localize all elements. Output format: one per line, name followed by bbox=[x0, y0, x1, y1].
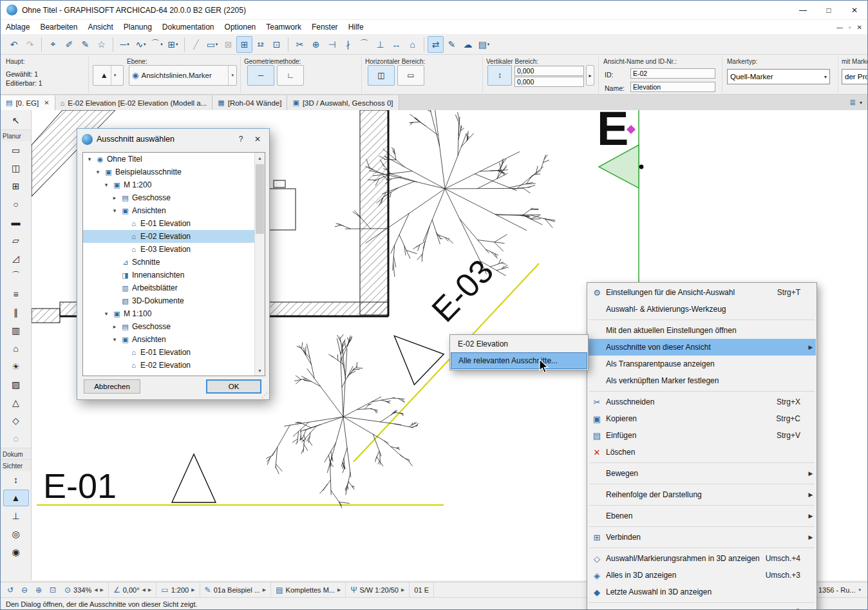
doc-restore-icon[interactable]: ▫ bbox=[849, 24, 851, 31]
tree-item[interactable]: ▾▣Beispielausschnitte bbox=[83, 166, 265, 178]
fillet-tool-button[interactable]: ⌒ bbox=[356, 36, 372, 53]
detail-marker-tool[interactable]: ◎ bbox=[3, 526, 29, 542]
section-marker-tool[interactable]: ⊥ bbox=[3, 508, 29, 524]
marker-ref-select[interactable]: der Pro bbox=[842, 69, 868, 84]
wall-tool[interactable]: ▭ bbox=[3, 142, 29, 158]
door-tool[interactable]: ◫ bbox=[3, 160, 29, 176]
cut-tool-button[interactable]: ✂ bbox=[292, 36, 308, 53]
curtain-wall-tool[interactable]: ▥ bbox=[3, 322, 29, 339]
layer-selector-button[interactable]: ◉ Ansichtslinien.Marker ▾ bbox=[129, 65, 237, 86]
vertical-range-top-input[interactable] bbox=[514, 66, 584, 76]
tab-item[interactable]: ▦[Roh-04 Wände] bbox=[212, 95, 287, 110]
menu-ansicht[interactable]: Ansicht bbox=[82, 20, 118, 34]
horizontal-range-limited-button[interactable]: ◫ bbox=[368, 65, 395, 86]
dialog-close-button[interactable]: ✕ bbox=[249, 131, 266, 147]
dimension-style-control[interactable]: 01 E bbox=[410, 582, 434, 597]
menu-fenster[interactable]: Fenster bbox=[307, 20, 343, 34]
cancel-button[interactable]: Abbrechen bbox=[84, 379, 140, 394]
opening-tool[interactable]: ◌ bbox=[3, 430, 29, 447]
tree-item[interactable]: ⌂E-02 Elevation bbox=[83, 359, 265, 372]
scroll-zoom-icon[interactable]: ↺ bbox=[3, 584, 17, 596]
tree-item[interactable]: ▾▣M 1:200 bbox=[83, 178, 265, 191]
mesh-tool[interactable]: △ bbox=[3, 394, 29, 411]
tree-item[interactable]: ▸▤Geschosse bbox=[83, 191, 265, 204]
context-menu-item[interactable]: Bewegen▶ bbox=[588, 465, 816, 482]
menu-dokumentation[interactable]: Dokumentation bbox=[157, 20, 220, 34]
tree-expander-icon[interactable]: ▾ bbox=[111, 336, 118, 343]
pen-set-control[interactable]: ✎01a Beispiel ... ▶ bbox=[200, 582, 272, 597]
view-name-input[interactable] bbox=[630, 82, 715, 92]
tab-item[interactable]: ▣[3D / Auswahl, Geschoss 0] bbox=[287, 95, 399, 110]
context-menu-item[interactable]: Als Transparentpause anzeigen bbox=[588, 356, 816, 372]
inject-parameters-button[interactable]: ✎ bbox=[77, 36, 93, 53]
morph-tool[interactable]: ◇ bbox=[3, 412, 29, 429]
tree-item[interactable]: ⌂E-01 Elevation bbox=[83, 346, 265, 359]
tree-item[interactable]: ⌂E-02 Elevation bbox=[83, 230, 265, 243]
align-snap-button[interactable]: ⊞ bbox=[236, 36, 252, 53]
context-menu-item[interactable]: Reihenfolge der Darstellung▶ bbox=[588, 486, 816, 503]
scroll-up-icon[interactable]: ▲ bbox=[255, 153, 265, 163]
quickbar-right[interactable]: IN 1356 - Ru... ▾ bbox=[809, 586, 867, 594]
redo-button[interactable]: ↷ bbox=[22, 36, 38, 53]
tree-item[interactable]: ⊿Schnitte bbox=[83, 256, 265, 269]
tree-expander-icon[interactable]: ▾ bbox=[86, 156, 93, 162]
adjust-tool-button[interactable]: ⊥ bbox=[372, 36, 388, 53]
elevation-marker-tool[interactable]: ▲ bbox=[3, 490, 29, 506]
stair-tool[interactable]: ≡ bbox=[3, 286, 29, 303]
tree-expander-icon[interactable]: ▾ bbox=[111, 207, 118, 214]
tree-item[interactable]: ▾▣Ansichten bbox=[83, 204, 265, 217]
zone-tool[interactable]: ▨ bbox=[3, 376, 29, 393]
guide-lines-button[interactable]: ╱ bbox=[188, 36, 204, 53]
window-tool[interactable]: ⊞ bbox=[3, 178, 29, 195]
zoom-out-icon[interactable]: ⊖ bbox=[17, 584, 32, 596]
geometry-method-straight-button[interactable]: ─ bbox=[247, 65, 274, 86]
context-menu-item[interactable]: ◇Auswahl/Markierungsrahmen in 3D anzeige… bbox=[588, 550, 816, 567]
tree-item[interactable]: ▸▤Geschosse bbox=[83, 320, 265, 333]
tab-item[interactable]: ▤[0. EG]✕ bbox=[1, 95, 55, 110]
context-menu-item[interactable]: ⚙Einstellungen für die Ansicht-AuswahlSt… bbox=[588, 284, 816, 301]
elevation-marker-e01[interactable] bbox=[172, 454, 216, 502]
menu-teamwork[interactable]: Teamwork bbox=[261, 20, 307, 34]
split-tool-button[interactable]: ∤ bbox=[340, 36, 356, 53]
context-menu-item[interactable]: Auswahl- & Aktivierungs-Werkzeug bbox=[588, 301, 816, 318]
zoom-level-control[interactable]: ⊙334%◀▶ bbox=[60, 582, 109, 597]
vertical-range-spin-button[interactable]: ▸ bbox=[586, 65, 594, 86]
tree-item[interactable]: ▾▣M 1:100 bbox=[83, 307, 265, 320]
submenu-item[interactable]: E-02 Elevation bbox=[451, 336, 587, 352]
annotate-button[interactable]: ✎ bbox=[444, 36, 460, 53]
dialog-titlebar[interactable]: Ausschnitt auswählen ? ✕ bbox=[77, 129, 269, 149]
context-menu-item[interactable]: Ausschnitte von dieser Ansicht▶ bbox=[588, 339, 816, 356]
render-options-button[interactable]: ▤▾ bbox=[476, 36, 492, 53]
current-tool-button[interactable]: ▲ ▾ bbox=[93, 65, 124, 86]
tree-item[interactable]: ⌂E-01 Elevation bbox=[83, 217, 265, 230]
stretch-tool-button[interactable]: ↔ bbox=[388, 36, 404, 53]
zoom-in-icon[interactable]: ⊕ bbox=[32, 584, 46, 596]
tab-close-icon[interactable]: ✕ bbox=[44, 99, 49, 106]
marquee-select-button[interactable]: ⌖ bbox=[45, 36, 61, 53]
roof-tools-button[interactable]: ⌂ bbox=[404, 36, 420, 53]
tree-expander-icon[interactable]: ▸ bbox=[111, 195, 118, 201]
maximize-button[interactable]: □ bbox=[816, 1, 842, 19]
context-menu-item[interactable]: ◆Letzte Auswahl in 3D anzeigen bbox=[588, 584, 816, 600]
tree-item[interactable]: ▧3D-Dokumente bbox=[83, 294, 265, 307]
context-menu-item[interactable]: Als verknüpften Marker festlegen bbox=[588, 372, 816, 389]
vertical-range-bottom-input[interactable] bbox=[514, 77, 584, 87]
context-menu-item[interactable]: ▤EinfügenStrg+V bbox=[588, 427, 816, 444]
close-button[interactable]: ✕ bbox=[842, 1, 867, 19]
tab-item[interactable]: ⌂E-02 Elevation [E-02 Elevation (Modell … bbox=[55, 95, 213, 110]
tree-expander-icon[interactable]: ▸ bbox=[111, 323, 118, 330]
context-menu-item[interactable]: ⊞Verbinden▶ bbox=[588, 529, 816, 546]
line-options-button[interactable]: ─▾ bbox=[117, 36, 133, 53]
context-menu-item[interactable]: Ebenen▶ bbox=[588, 508, 816, 524]
transform-button[interactable]: ⇄ bbox=[428, 36, 444, 53]
roof-tool[interactable]: ◿ bbox=[3, 250, 29, 267]
object-tool[interactable]: ⌂ bbox=[3, 340, 29, 357]
menu-bearbeiten[interactable]: Bearbeiten bbox=[35, 20, 82, 34]
arrow-tool[interactable]: ↖ bbox=[3, 112, 29, 129]
zoom-tool-button[interactable]: ⊕ bbox=[308, 36, 324, 53]
spline-options-button[interactable]: ⌒▾ bbox=[149, 36, 165, 53]
menu-optionen[interactable]: Optionen bbox=[220, 20, 261, 34]
context-menu-item[interactable]: Mit den aktuellen Einstellungen öffnen bbox=[588, 322, 816, 339]
context-menu-item[interactable]: Raum beschneiden...Strg+Umsch.+Ä bbox=[588, 605, 816, 610]
menu-planung[interactable]: Planung bbox=[118, 20, 157, 34]
